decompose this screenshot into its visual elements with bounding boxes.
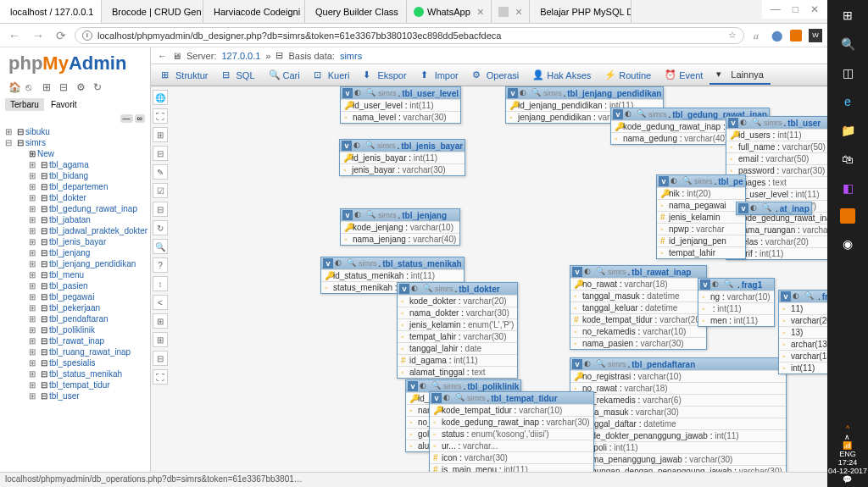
- maximize-button[interactable]: □: [793, 3, 798, 15]
- tree-table[interactable]: ⊞⊟ tbl_spesialis: [0, 357, 150, 368]
- tree-table[interactable]: ⊞⊟ tbl_pendaftaran: [0, 313, 150, 324]
- tree-table[interactable]: ⊞⊟ tbl_ruang_rawat_inap: [0, 346, 150, 357]
- minimize-button[interactable]: —: [771, 3, 781, 15]
- xampp-icon[interactable]: [840, 208, 855, 224]
- toolbar-cari[interactable]: 🔍Cari: [262, 67, 307, 84]
- reload-icon[interactable]: ↻: [93, 81, 107, 95]
- gear-icon[interactable]: ⚙: [76, 81, 90, 95]
- browser-tab[interactable]: Harviacode Codeigni×: [203, 0, 305, 23]
- tree-table[interactable]: ⊞⊟ tbl_user: [0, 390, 150, 401]
- tree-table[interactable]: ⊞⊟ tbl_pasien: [0, 280, 150, 291]
- toolbar-impor[interactable]: ⬆Impor: [414, 67, 465, 84]
- designer-canvas[interactable]: 🌐 ⛶ ⊞ ⊟ ✎ ☑ ⊟ ↻ 🔍 ? ↕ < ⊞ ⊞ ⊟ ⛶ v◐🔍simrs…: [151, 86, 868, 487]
- system-tray[interactable]: ^ ∧ 📶 ENG 17:24 04-12-2017 💬: [828, 424, 867, 487]
- tool-icon[interactable]: ✎: [153, 164, 168, 180]
- tab-favorite[interactable]: Favorit: [46, 98, 82, 111]
- back-button[interactable]: ←: [5, 27, 24, 44]
- tool-icon[interactable]: ⊞: [153, 332, 168, 347]
- tree-table[interactable]: ⊞⊟ tbl_jadwal_praktek_dokter: [0, 225, 150, 236]
- tool-icon[interactable]: ⊟: [153, 146, 168, 161]
- tree-table[interactable]: ⊞⊟ tbl_bidang: [0, 170, 150, 181]
- toolbar-struktur[interactable]: ⊞Struktur: [154, 67, 215, 84]
- tool-icon[interactable]: ⊞: [153, 313, 168, 329]
- tree-db[interactable]: ⊟⊟ simrs: [0, 137, 150, 148]
- browser-tab[interactable]: ×: [492, 0, 530, 23]
- designer-table[interactable]: v◐🔍simrs.tbl_pe🔑nik : int(20)◦nama_pegaw…: [656, 174, 746, 259]
- ext-icon[interactable]: W: [809, 29, 822, 42]
- close-button[interactable]: ✕: [810, 3, 819, 15]
- store-icon[interactable]: 🛍: [839, 151, 856, 168]
- avast-icon[interactable]: ^: [828, 424, 867, 433]
- designer-table[interactable]: v◐🔍simrs.tbl_dokter◦kode_dokter : varcha…: [397, 282, 518, 379]
- tree-table[interactable]: ⊞⊟ tbl_gedung_rawat_inap: [0, 203, 150, 214]
- toolbar-kueri[interactable]: ⊡Kueri: [307, 67, 357, 84]
- reload-button[interactable]: ⟳: [53, 27, 70, 44]
- toolbar-ekspor[interactable]: ⬇Ekspor: [356, 67, 413, 84]
- app-icon[interactable]: ◧: [839, 180, 856, 196]
- toolbar-hak akses[interactable]: 👤Hak Akses: [526, 67, 598, 84]
- ext-icon[interactable]: [790, 30, 802, 42]
- tool-icon[interactable]: ⛶: [153, 108, 168, 124]
- toolbar-event[interactable]: ⏰Event: [658, 67, 709, 84]
- tool-icon[interactable]: ?: [153, 257, 168, 273]
- collapse-icon[interactable]: —: [120, 114, 133, 123]
- tool-icon[interactable]: ⊟: [153, 202, 168, 217]
- toolbar-routine[interactable]: ⚡Routine: [598, 67, 658, 84]
- tree-table[interactable]: ⊞⊟ tbl_agama: [0, 159, 150, 170]
- tree-table[interactable]: ⊞⊟ tbl_poliklinik: [0, 324, 150, 335]
- tree-db[interactable]: ⊞⊟ sibuku: [0, 126, 150, 137]
- tool-icon[interactable]: 🔍: [153, 239, 168, 254]
- tab-recent[interactable]: Terbaru: [5, 98, 44, 111]
- tool-icon[interactable]: ⛶: [153, 369, 168, 385]
- lang-indicator[interactable]: ENG: [828, 450, 867, 458]
- browser-tab[interactable]: Brocode | CRUD Gen×: [102, 0, 203, 23]
- tool-icon[interactable]: <: [153, 295, 168, 310]
- tree-new[interactable]: ⊞ New: [0, 148, 150, 159]
- info-icon[interactable]: i: [82, 30, 92, 41]
- designer-table[interactable]: v◐🔍simrs.tbl_jenjang🔑kode_jenjang : varc…: [340, 208, 460, 246]
- home-icon[interactable]: 🏠: [8, 81, 22, 95]
- network-icon[interactable]: 📶: [828, 441, 867, 450]
- tree-table[interactable]: ⊞⊟ tbl_tempat_tidur: [0, 379, 150, 390]
- forward-button[interactable]: →: [29, 27, 47, 44]
- chevron-up-icon[interactable]: ∧: [828, 433, 867, 441]
- designer-table[interactable]: v◐🔍simrs.tbl_pendaftaran🔑no_registrasi :…: [570, 357, 787, 478]
- tree-table[interactable]: ⊞⊟ tbl_jenjang_pendidikan: [0, 258, 150, 269]
- explorer-icon[interactable]: 📁: [839, 122, 856, 139]
- tree-table[interactable]: ⊞⊟ tbl_menu: [0, 269, 150, 280]
- tree-table[interactable]: ⊞⊟ tbl_dokter: [0, 192, 150, 203]
- designer-table[interactable]: v◐🔍simrs.tbl_jenis_bayar🔑id_jenis_bayar …: [339, 139, 465, 176]
- db-link[interactable]: simrs: [340, 51, 362, 61]
- tool-icon[interactable]: ↕: [153, 276, 168, 291]
- expand-icon[interactable]: ∞: [135, 114, 145, 123]
- toolbar-sql[interactable]: ⊟SQL: [215, 67, 262, 84]
- tree-table[interactable]: ⊞⊟ tbl_jenjang: [0, 247, 150, 258]
- sql-icon[interactable]: ⊟: [59, 81, 73, 95]
- tree-table[interactable]: ⊞⊟ tbl_jenis_bayar: [0, 236, 150, 247]
- browser-tab[interactable]: Belajar PHP MySQL D×: [530, 0, 632, 23]
- tool-icon[interactable]: ⊞: [153, 127, 168, 142]
- edge-icon[interactable]: e: [839, 93, 856, 110]
- tree-table[interactable]: ⊞⊟ tbl_rawat_inap: [0, 335, 150, 346]
- logout-icon[interactable]: ⎋: [25, 81, 39, 95]
- browser-tab[interactable]: WhatsApp×: [407, 0, 492, 23]
- chrome-icon[interactable]: ◉: [839, 235, 856, 252]
- close-icon[interactable]: ×: [515, 5, 522, 19]
- search-icon[interactable]: 🔍: [839, 36, 856, 53]
- star-icon[interactable]: ☆: [728, 30, 737, 41]
- nav-toggle-icon[interactable]: ←: [158, 51, 167, 61]
- tool-icon[interactable]: 🌐: [153, 90, 168, 105]
- ext-icon[interactable]: 𝑎: [749, 29, 763, 42]
- toolbar-operasi[interactable]: ⚙Operasi: [465, 67, 526, 84]
- windows-start-icon[interactable]: ⊞: [839, 7, 856, 24]
- tree-table[interactable]: ⊞⊟ tbl_jabatan: [0, 214, 150, 225]
- designer-table[interactable]: v◐🔍simrs.tbl_rawat_inap🔑no_rawat : varch…: [570, 265, 707, 350]
- tree-table[interactable]: ⊞⊟ tbl_pekerjaan: [0, 302, 150, 313]
- tool-icon[interactable]: ⊟: [153, 351, 168, 366]
- toolbar-lainnya[interactable]: ▾Lainnya: [709, 66, 771, 85]
- browser-tab[interactable]: localhost / 127.0.0.1×: [0, 0, 102, 23]
- close-icon[interactable]: ×: [477, 5, 484, 19]
- url-bar[interactable]: i localhost/phpmyadmin/db_designer.php?d…: [75, 27, 744, 44]
- tree-table[interactable]: ⊞⊟ tbl_status_menikah: [0, 368, 150, 379]
- designer-table[interactable]: v◐🔍simrs.tbl_user_level🔑id_user_level : …: [340, 86, 461, 124]
